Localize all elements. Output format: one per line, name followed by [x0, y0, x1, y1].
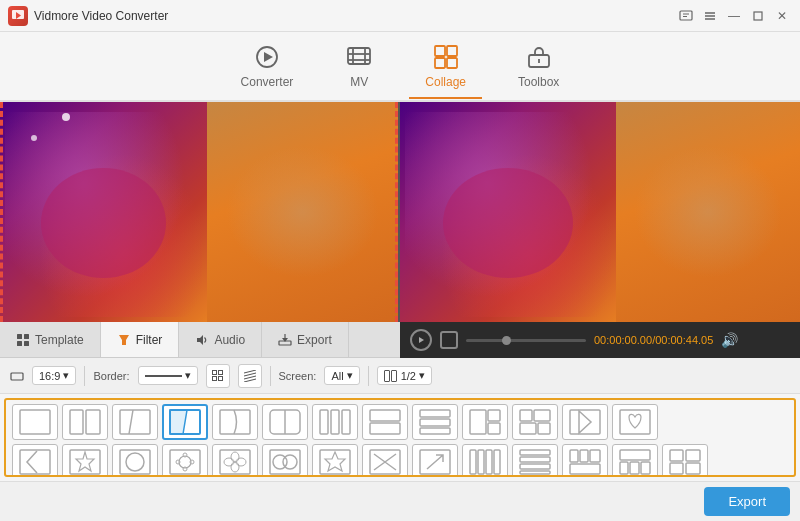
template-wide-left[interactable]: [462, 404, 508, 440]
template-parallelogram[interactable]: [112, 404, 158, 440]
template-arrow[interactable]: [562, 404, 608, 440]
volume-icon[interactable]: 🔊: [721, 332, 738, 348]
svg-rect-36: [218, 376, 222, 380]
template-2x2[interactable]: [662, 444, 708, 477]
svg-rect-41: [384, 370, 389, 381]
svg-rect-67: [538, 423, 550, 434]
template-single[interactable]: [12, 404, 58, 440]
template-2h[interactable]: [362, 404, 408, 440]
tab-toolbox[interactable]: Toolbox: [502, 35, 575, 97]
svg-rect-24: [17, 341, 22, 346]
svg-point-83: [231, 452, 239, 462]
template-rounded-split[interactable]: [262, 404, 308, 440]
tab-collage[interactable]: Collage: [409, 35, 482, 99]
svg-rect-66: [520, 423, 536, 434]
template-4v[interactable]: [462, 444, 508, 477]
aspect-ratio-dropdown[interactable]: 16:9 ▾: [32, 366, 76, 385]
svg-rect-18: [435, 58, 445, 68]
right-preview-panel1: [400, 102, 616, 322]
tabs-section: Template Filter Audio Export: [0, 322, 400, 358]
svg-point-85: [224, 458, 234, 466]
collage-template-grid: [4, 398, 796, 477]
svg-rect-94: [470, 450, 476, 474]
svg-rect-102: [570, 450, 578, 462]
app-title: Vidmore Video Converter: [34, 9, 168, 23]
template-heart[interactable]: [612, 404, 658, 440]
svg-line-38: [244, 373, 256, 376]
svg-marker-27: [197, 335, 203, 345]
message-btn[interactable]: [676, 6, 696, 26]
grid-row-1: [12, 404, 788, 440]
svg-rect-46: [120, 410, 150, 434]
template-petals[interactable]: [212, 444, 258, 477]
svg-rect-19: [447, 58, 457, 68]
svg-rect-107: [620, 462, 628, 474]
svg-rect-57: [370, 423, 400, 434]
minimize-btn[interactable]: —: [724, 6, 744, 26]
right-preview-panel2: [616, 102, 800, 322]
template-gear[interactable]: [162, 444, 208, 477]
template-arrow-left[interactable]: [12, 444, 58, 477]
svg-rect-98: [520, 450, 550, 455]
export-button[interactable]: Export: [704, 487, 790, 516]
main-content: Template Filter Audio Export: [0, 102, 800, 521]
svg-rect-100: [520, 464, 550, 469]
template-grid-center[interactable]: [512, 404, 558, 440]
template-curved[interactable]: [212, 404, 258, 440]
menu-btn[interactable]: [700, 6, 720, 26]
split-ratio-btn[interactable]: 1/2 ▾: [377, 366, 432, 385]
svg-marker-91: [325, 452, 345, 471]
svg-rect-34: [218, 370, 222, 374]
template-hexstar[interactable]: [312, 444, 358, 477]
template-circle-sq[interactable]: [112, 444, 158, 477]
screen-label: Screen:: [279, 370, 317, 382]
svg-rect-96: [486, 450, 492, 474]
template-2v[interactable]: [62, 404, 108, 440]
svg-point-86: [236, 458, 246, 466]
svg-rect-76: [170, 450, 200, 474]
svg-marker-73: [76, 452, 94, 471]
tab-filter[interactable]: Filter: [101, 322, 180, 357]
border-pattern-icon[interactable]: [238, 364, 262, 388]
play-button[interactable]: [410, 329, 432, 351]
svg-rect-87: [270, 450, 300, 474]
template-arrow-ur[interactable]: [412, 444, 458, 477]
close-btn[interactable]: ✕: [772, 6, 792, 26]
tab-converter[interactable]: Converter: [225, 35, 310, 97]
template-parallelogram-active[interactable]: [162, 404, 208, 440]
template-arrows-crossed[interactable]: [362, 444, 408, 477]
svg-rect-17: [447, 46, 457, 56]
tab-mv[interactable]: MV: [329, 35, 389, 97]
border-grid-icon[interactable]: [206, 364, 230, 388]
progress-bar[interactable]: [466, 339, 586, 342]
svg-rect-25: [24, 341, 29, 346]
template-3v[interactable]: [312, 404, 358, 440]
maximize-btn[interactable]: [748, 6, 768, 26]
template-3h[interactable]: [412, 404, 458, 440]
svg-point-75: [126, 453, 144, 471]
time-display: 00:00:00.00/00:00:44.05: [594, 334, 713, 346]
template-4h[interactable]: [512, 444, 558, 477]
svg-rect-55: [342, 410, 350, 434]
tab-template[interactable]: Template: [0, 322, 101, 357]
template-star[interactable]: [62, 444, 108, 477]
svg-rect-63: [488, 423, 500, 434]
border-style-dropdown[interactable]: ▾: [138, 366, 198, 385]
svg-rect-113: [686, 463, 700, 474]
grid-row-2: [12, 444, 788, 477]
svg-rect-2: [680, 11, 692, 20]
svg-rect-64: [520, 410, 532, 421]
tab-audio[interactable]: Audio: [179, 322, 262, 357]
tab-export-btn[interactable]: Export: [262, 322, 349, 357]
separator-2: [270, 366, 271, 386]
stop-button[interactable]: [440, 331, 458, 349]
svg-marker-31: [419, 337, 424, 343]
template-double-circle[interactable]: [262, 444, 308, 477]
screen-dropdown[interactable]: All ▾: [324, 366, 359, 385]
template-3t1b[interactable]: [562, 444, 608, 477]
svg-rect-111: [686, 450, 700, 461]
svg-rect-60: [420, 428, 450, 434]
svg-rect-99: [520, 457, 550, 462]
resize-icon: [10, 369, 24, 383]
template-1t3b[interactable]: [612, 444, 658, 477]
